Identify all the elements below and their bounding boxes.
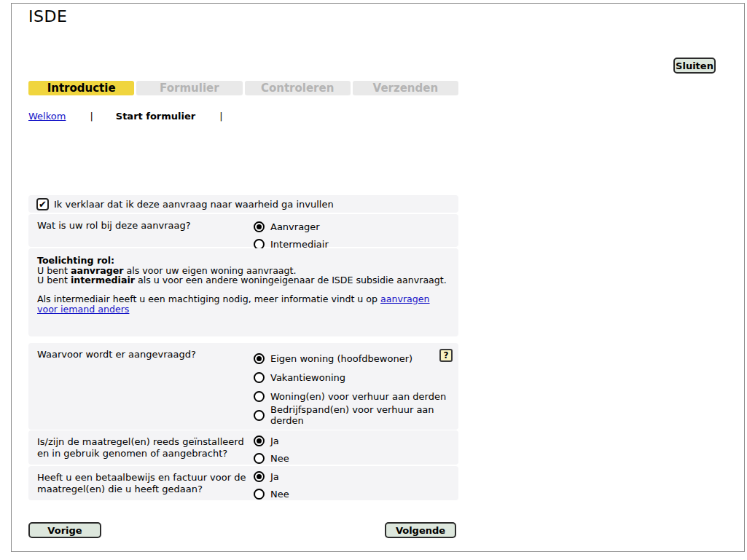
- invoice-question-row: Heeft u een betaalbewijs en factuur voor…: [28, 466, 458, 500]
- radio-option-installed-nee[interactable]: Nee: [254, 449, 289, 467]
- previous-button[interactable]: Vorige: [28, 522, 101, 538]
- tab-controleren[interactable]: Controleren: [245, 81, 351, 95]
- radio-icon[interactable]: [254, 391, 265, 402]
- radio-option-installed-ja[interactable]: Ja: [254, 432, 289, 449]
- radio-icon[interactable]: [254, 489, 265, 500]
- page-title: ISDE: [28, 7, 67, 25]
- tab-formulier[interactable]: Formulier: [136, 81, 242, 95]
- radio-label: Bedrijfspand(en) voor verhuur aan derden: [270, 404, 458, 426]
- radio-icon[interactable]: [254, 372, 265, 383]
- role-explanation: Toelichting rol: U bent aanvrager als vo…: [28, 248, 458, 336]
- radio-icon[interactable]: [254, 435, 265, 446]
- radio-option-bedrijfspand-verhuur[interactable]: Bedrijfspand(en) voor verhuur aan derden: [254, 406, 458, 425]
- explanation-note: Als intermediair heeft u een machtiging …: [37, 294, 448, 315]
- explanation-line2: U bent intermediair als u voor een ander…: [37, 275, 448, 285]
- help-button[interactable]: ?: [439, 349, 453, 362]
- tab-introductie[interactable]: Introductie: [28, 81, 134, 95]
- breadcrumb-current: Start formulier: [116, 111, 195, 122]
- radio-label: Ja: [270, 435, 279, 446]
- radio-option-eigen-woning[interactable]: Eigen woning (hoofdbewoner): [254, 349, 458, 368]
- radio-label: Ja: [270, 471, 279, 482]
- invoice-options: Ja Nee: [254, 468, 289, 502]
- purpose-options: Eigen woning (hoofdbewoner) Vakantiewoni…: [254, 349, 458, 425]
- radio-label: Aanvrager: [270, 221, 320, 232]
- role-options: Aanvrager Intermediair: [254, 218, 329, 253]
- breadcrumb-link-welkom[interactable]: Welkom: [28, 111, 66, 122]
- breadcrumb-separator: |: [90, 111, 93, 122]
- installed-question-row: Is/zijn de maatregel(en) reeds geïnstall…: [28, 430, 458, 465]
- declaration-row: ✔ Ik verklaar dat ik deze aanvraag naar …: [28, 195, 458, 213]
- close-button[interactable]: Sluiten: [673, 58, 716, 74]
- purpose-question-row: Waarvoor wordt er aangevraagd? Eigen won…: [28, 343, 458, 430]
- app-window: ISDE Sluiten Introductie Formulier Contr…: [11, 3, 745, 552]
- radio-label: Eigen woning (hoofdbewoner): [270, 353, 412, 364]
- radio-option-woningen-verhuur[interactable]: Woning(en) voor verhuur aan derden: [254, 387, 458, 406]
- radio-option-aanvrager[interactable]: Aanvrager: [254, 218, 329, 235]
- radio-label: Woning(en) voor verhuur aan derden: [270, 391, 446, 402]
- radio-icon[interactable]: [254, 453, 265, 464]
- radio-label: Nee: [270, 489, 289, 500]
- radio-option-vakantiewoning[interactable]: Vakantiewoning: [254, 368, 458, 387]
- radio-icon[interactable]: [254, 471, 265, 482]
- role-question-row: Wat is uw rol bij deze aanvraag? Aanvrag…: [28, 214, 458, 247]
- declaration-checkbox[interactable]: ✔: [36, 198, 49, 210]
- radio-label: Nee: [270, 453, 289, 464]
- purpose-question-label: Waarvoor wordt er aangevraagd?: [37, 349, 252, 360]
- checkmark-icon: ✔: [39, 200, 47, 209]
- breadcrumb: Welkom|Start formulier|: [28, 111, 223, 122]
- next-button[interactable]: Volgende: [385, 522, 456, 538]
- radio-icon[interactable]: [254, 353, 265, 364]
- radio-option-invoice-nee[interactable]: Nee: [254, 485, 289, 502]
- installed-options: Ja Nee: [254, 432, 289, 467]
- question-mark-icon: ?: [444, 350, 449, 360]
- radio-icon[interactable]: [254, 410, 265, 421]
- tab-verzenden[interactable]: Verzenden: [353, 81, 458, 95]
- role-question-label: Wat is uw rol bij deze aanvraag?: [37, 220, 252, 232]
- breadcrumb-separator: |: [219, 111, 222, 122]
- invoice-question-label: Heeft u een betaalbewijs en factuur voor…: [37, 472, 252, 495]
- installed-question-label: Is/zijn de maatregel(en) reeds geïnstall…: [37, 436, 252, 460]
- radio-option-invoice-ja[interactable]: Ja: [254, 468, 289, 485]
- step-tabbar: Introductie Formulier Controleren Verzen…: [28, 81, 458, 95]
- declaration-label: Ik verklaar dat ik deze aanvraag naar wa…: [54, 199, 334, 210]
- radio-icon[interactable]: [254, 221, 265, 232]
- radio-label: Vakantiewoning: [270, 372, 345, 383]
- explanation-line1: U bent aanvrager als voor uw eigen wonin…: [37, 266, 448, 276]
